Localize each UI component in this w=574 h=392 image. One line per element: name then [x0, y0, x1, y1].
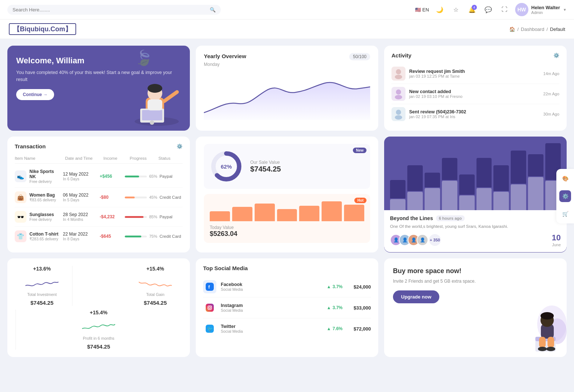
svg-point-13 [396, 89, 401, 95]
buy-space-desc: Invite 2 Friends and get 5 GB extra spac… [393, 278, 492, 285]
social-card: Top Social Media f Facebook Social Media… [196, 258, 378, 357]
sidebar-icon-cart[interactable]: 🛒 [559, 208, 571, 220]
av-4: 👤 [417, 234, 428, 246]
activity-ago-3: 30m Ago [543, 112, 559, 116]
svg-point-25 [211, 306, 212, 307]
instagram-growth: ▲ 3.7% [247, 305, 343, 310]
beyond-info: Beyond the Lines 6 hours ago One Of the … [384, 210, 567, 252]
svg-line-7 [164, 92, 177, 101]
social-title: Top Social Media [203, 265, 248, 271]
chat-icon[interactable]: 💬 [483, 4, 494, 15]
notification-bell[interactable]: 🔔 4 [467, 4, 478, 15]
progress-2: 45% [125, 195, 157, 199]
settings-icon[interactable]: ⚙️ [553, 53, 559, 58]
search-box[interactable]: 🔍 [7, 5, 221, 15]
item-name-3: Sunglasses [29, 212, 54, 217]
date-cell-2: 06 May 2022 In 5 Days [63, 193, 98, 202]
star-icon[interactable]: ☆ [450, 4, 461, 15]
activity-item-3: Sent review (504)236-7302 jan 02 19 07:3… [391, 104, 559, 124]
today-label: Today Value [210, 225, 364, 230]
item-name-1: Nike Sports NK [29, 169, 61, 179]
date-cell-1: 12 May 2022 In 6 Days [63, 172, 98, 181]
activity-title: Activity [391, 52, 411, 59]
continue-button[interactable]: Continue → [16, 89, 54, 100]
activity-thumb-1 [391, 67, 405, 81]
chevron-down-icon: ▼ [563, 8, 567, 12]
activity-item-1: Review request jim Smith jan 03 19 12:25… [391, 64, 559, 84]
stat-item-profit: +15.4% Profit in 6 months $7454.25 [72, 310, 125, 350]
yearly-header: Yearly Overview 50/100 [204, 53, 370, 60]
user-name: Helen Walter [531, 5, 560, 10]
svg-rect-8 [148, 99, 162, 110]
topnav: 🔍 🇺🇸 EN 🌙 ☆ 🔔 4 💬 ⛶ HW Helen Walter Admi… [0, 0, 574, 20]
svg-text:🐦: 🐦 [207, 326, 213, 332]
svg-text:f: f [208, 284, 210, 290]
main-grid: 🍃 Welcome, William You have completed 40… [0, 39, 574, 364]
avatar-stack: 👤 👤 👤 👤 [390, 234, 425, 246]
item-cell-4: 👕 Cotton T-shirt ₹283.65 delivery [15, 230, 61, 242]
svg-rect-22 [206, 304, 214, 312]
progress-3: 85% [125, 215, 157, 219]
transaction-card: Transaction ⚙️ Item Name Date and Time I… [7, 137, 190, 252]
item-sub-4: ₹283.65 delivery [29, 237, 59, 241]
col-status: Status [159, 156, 183, 160]
breadcrumb-dashboard[interactable]: Dashboard [521, 27, 545, 32]
progress-1: 65% [125, 174, 157, 179]
transaction-settings-icon[interactable]: ⚙️ [177, 144, 183, 149]
stat-label-profit: Profit in 6 months [83, 336, 114, 340]
svg-point-6 [150, 120, 154, 125]
brand-title: 【Biqubiqu.Com】 [9, 23, 76, 35]
upgrade-button[interactable]: Upgrade now [393, 290, 439, 303]
activity-name-3: Sent review (504)236-7302 [409, 109, 540, 114]
welcome-card: 🍃 Welcome, William You have completed 40… [7, 46, 190, 131]
activity-detail-3: jan 02 19 07:35 PM at Iris [409, 114, 540, 119]
activity-info-2: New contact added jan 02 19 03:10 PM at … [409, 89, 540, 99]
activity-name-2: New contact added [409, 89, 540, 94]
yearly-subtitle: Monday [204, 62, 370, 67]
svg-point-14 [395, 95, 402, 99]
facebook-icon: f [203, 280, 216, 293]
svg-point-40 [546, 347, 555, 351]
yearly-chart [204, 72, 370, 120]
activity-ago-2: 22m Ago [543, 92, 559, 96]
sidebar-icon-palette[interactable]: 🎨 [559, 173, 571, 184]
facebook-growth: ▲ 3.7% [247, 284, 343, 289]
home-icon[interactable]: 🏠 [509, 27, 515, 32]
fullscreen-icon[interactable]: ⛶ [499, 4, 510, 15]
social-row-twitter: 🐦 Twitter Social Media ▲ 7.6% $72,000 [203, 318, 371, 339]
breadcrumb-current: Default [550, 27, 565, 32]
stat-item-investment: +13.6% Total Investment $7454.25 [15, 266, 68, 306]
activity-card: Activity ⚙️ Review request jim Smith jan… [384, 46, 567, 131]
activity-ago-1: 14m Ago [543, 71, 559, 76]
item-cell-2: 👜 Women Bag ₹83.65 delivery [15, 191, 61, 203]
twitter-icon: 🐦 [203, 322, 216, 335]
table-headers: Item Name Date and Time Income Progress … [15, 155, 183, 164]
income-4: -$645 [100, 234, 123, 239]
stat-pct-gain: +15.4% [146, 266, 164, 272]
lang-label: EN [422, 7, 429, 13]
search-input[interactable] [13, 7, 207, 13]
sale-value-amount: $7454.25 [250, 165, 281, 173]
language-selector[interactable]: 🇺🇸 EN [415, 7, 429, 13]
dark-mode-toggle[interactable]: 🌙 [434, 4, 445, 15]
sparkline-investment [25, 275, 59, 289]
table-row: 👟 Nike Sports NK Free delivery 12 May 20… [15, 165, 183, 188]
instagram-info: Instagram Social Media [221, 303, 243, 312]
user-menu[interactable]: HW Helen Walter Admin ▼ [515, 3, 567, 16]
beyond-desc: One Of the world,s brightest, young surf… [390, 223, 561, 229]
table-row: 👜 Women Bag ₹83.65 delivery 06 May 2022 … [15, 188, 183, 207]
sidebar-icon-settings[interactable]: ⚙️ [559, 190, 571, 202]
sale-label: Our Sale Value [250, 160, 281, 165]
svg-point-16 [396, 110, 401, 115]
donut-chart: 62% [210, 150, 243, 183]
stats-card: +13.6% Total Investment $7454.25 +15.4% … [7, 258, 190, 357]
stat-label-investment: Total Investment [27, 292, 57, 297]
yearly-badge: 50/100 [349, 53, 370, 60]
activity-thumb-3 [391, 107, 405, 121]
svg-point-17 [395, 115, 402, 120]
social-row-instagram: Instagram Social Media ▲ 3.7% $33,000 [203, 297, 371, 318]
item-name-2: Women Bag [29, 193, 56, 198]
welcome-illustration [124, 64, 190, 131]
activity-info-1: Review request jim Smith jan 03 19 12:25… [409, 69, 540, 78]
item-cell-1: 👟 Nike Sports NK Free delivery [15, 169, 61, 184]
